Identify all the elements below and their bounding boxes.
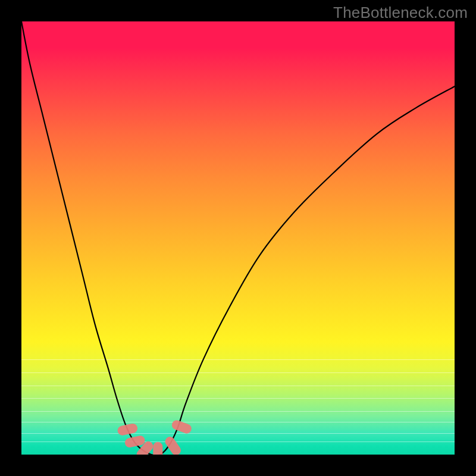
minimum-marker — [117, 422, 139, 436]
chart-svg — [21, 21, 455, 455]
bottleneck-curve-path — [21, 21, 455, 455]
outer-frame: TheBottleneck.com — [0, 0, 476, 476]
minimum-marker — [171, 419, 193, 435]
plot-area — [21, 21, 455, 455]
minimum-markers — [117, 419, 193, 455]
minimum-marker — [153, 442, 162, 455]
watermark-label: TheBottleneck.com — [333, 4, 468, 22]
